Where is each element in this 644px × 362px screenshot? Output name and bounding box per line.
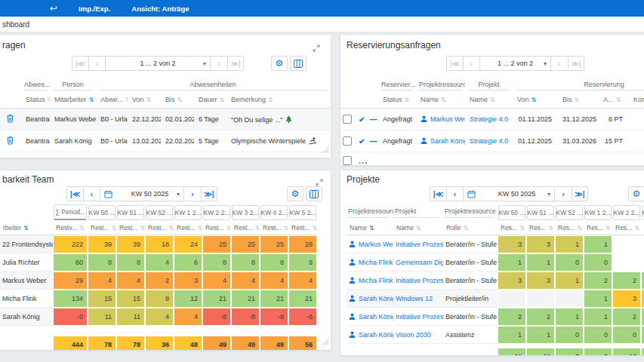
- column-header-rest[interactable]: Rest...⇅: [88, 220, 116, 235]
- period-header[interactable]: KW 5 2...: [289, 205, 316, 220]
- week-header[interactable]: KW 50 ...: [498, 205, 525, 220]
- week-header[interactable]: KW 2 2...: [613, 205, 640, 220]
- page-select[interactable]: 1 ... 2 von 2 ▾: [105, 56, 211, 71]
- resource-link[interactable]: Micha Flink: [359, 259, 393, 266]
- page-last-button[interactable]: ≫|: [227, 56, 244, 71]
- resource-link[interactable]: Micha Flink: [359, 277, 393, 284]
- column-header-bemerkung[interactable]: Bemerkung⇅: [226, 91, 330, 109]
- settings-button[interactable]: ⚙: [287, 186, 304, 201]
- column-header-dauer[interactable]: Dauer⇅: [194, 91, 226, 109]
- period-header[interactable]: KW 4 2...: [260, 205, 288, 220]
- page-first-button[interactable]: |≪: [72, 56, 88, 71]
- column-header-rest[interactable]: Rest...⇅: [116, 220, 145, 235]
- column-header-resource-name[interactable]: Name⇅: [416, 91, 465, 109]
- column-header-res[interactable]: Res...⇅: [555, 220, 584, 235]
- settings-button[interactable]: ⚙: [271, 56, 288, 71]
- resource-link[interactable]: Sarah König: [359, 331, 393, 339]
- column-header-res[interactable]: Res...⇅: [498, 220, 526, 235]
- row-checkbox[interactable]: [343, 137, 352, 146]
- column-header-status[interactable]: Status⇅: [21, 91, 50, 109]
- page-prev-button[interactable]: ‹: [463, 56, 479, 71]
- minus-icon[interactable]: —: [369, 115, 377, 124]
- calendar-button[interactable]: [100, 186, 116, 201]
- project-link[interactable]: Strategie 4.0: [470, 137, 508, 145]
- resource-link[interactable]: Sarah König: [359, 313, 393, 321]
- period-header[interactable]: KW 1 2...: [174, 205, 202, 220]
- period-header[interactable]: KW 51 ...: [117, 205, 144, 220]
- column-header-res[interactable]: Res...⇅: [612, 220, 641, 235]
- project-link[interactable]: Initiative Prozessi: [396, 313, 443, 321]
- column-header-von[interactable]: Von⇅: [128, 91, 161, 109]
- week-header[interactable]: KW 51 ...: [527, 205, 554, 220]
- column-header-project-name[interactable]: Name⇅: [393, 220, 443, 235]
- resize-grip-icon[interactable]: [322, 143, 328, 156]
- period-header[interactable]: KW 2 2...: [203, 205, 230, 220]
- column-header-von[interactable]: Von⇅: [513, 91, 558, 109]
- resize-grip-icon[interactable]: [322, 335, 328, 348]
- column-header-aufwand[interactable]: A...⇅: [599, 91, 629, 109]
- column-header-res[interactable]: Res...⇅: [641, 220, 644, 235]
- accept-button[interactable]: ✔: [359, 116, 369, 124]
- row-checkbox[interactable]: [343, 115, 352, 124]
- column-header-kommentar[interactable]: Kommentar: [629, 91, 644, 109]
- project-link[interactable]: Windows 12: [396, 295, 433, 302]
- column-header-status[interactable]: Status⇅: [378, 91, 416, 109]
- column-header-res[interactable]: Res...⇅: [584, 220, 612, 235]
- column-settings-button[interactable]: [290, 56, 307, 71]
- settings-button[interactable]: ⚙: [628, 186, 644, 201]
- view-selector[interactable]: Ansicht: Anträge: [131, 5, 189, 13]
- column-settings-button[interactable]: [306, 186, 322, 201]
- week-header[interactable]: KW 1 2...: [584, 205, 612, 220]
- period-header[interactable]: KW 52 ...: [146, 205, 173, 220]
- column-header-res[interactable]: Res...⇅: [526, 220, 555, 235]
- resource-link[interactable]: Sarah König: [430, 137, 465, 145]
- column-header-rest[interactable]: Rest...⇅: [202, 220, 231, 235]
- column-header-rest[interactable]: Rest...⇅: [174, 220, 202, 235]
- page-first-button[interactable]: |≪: [430, 186, 446, 201]
- page-next-button[interactable]: ›: [211, 56, 227, 71]
- column-header-mitarbeiter[interactable]: Mitarbeiter⇅: [50, 91, 96, 109]
- decline-button[interactable]: —: [369, 138, 378, 146]
- page-last-button[interactable]: ≫|: [201, 186, 217, 201]
- resource-link[interactable]: Markus Weber: [359, 241, 393, 248]
- column-header-rest[interactable]: Restv...⇅: [53, 220, 88, 235]
- column-header-rolle[interactable]: Rolle⇅: [443, 220, 498, 235]
- page-next-button[interactable]: ›: [184, 186, 201, 201]
- column-header-project-name[interactable]: Name⇅: [465, 91, 513, 109]
- calendar-button[interactable]: [463, 186, 479, 201]
- column-header-mitarbeiter[interactable]: rbeiter⇅: [0, 220, 53, 235]
- column-header-bis[interactable]: Bis⇅: [161, 91, 194, 109]
- column-header-rest[interactable]: Rest...⇅: [260, 220, 288, 235]
- page-first-button[interactable]: |≪: [66, 186, 83, 201]
- column-header-rest[interactable]: Rest...⇅: [231, 220, 260, 235]
- column-header-rest[interactable]: Rest...⇅: [288, 220, 317, 235]
- trash-icon[interactable]: [6, 139, 14, 146]
- period-header[interactable]: KW 3 2...: [232, 205, 259, 220]
- resource-link[interactable]: Markus Weber: [430, 115, 465, 123]
- resource-link[interactable]: Sarah König: [359, 295, 393, 302]
- column-header-abwesenheitsart[interactable]: Abwe...⇅: [96, 91, 128, 109]
- page-last-button[interactable]: ≫|: [568, 56, 584, 71]
- import-export-button[interactable]: Imp./Exp.: [79, 5, 110, 13]
- accept-button[interactable]: ✔: [359, 138, 369, 146]
- page-last-button[interactable]: ≫|: [572, 186, 588, 201]
- period-header[interactable]: KW 50 ...: [88, 205, 116, 220]
- page-prev-button[interactable]: ‹: [446, 186, 463, 201]
- week-select[interactable]: KW 50 2025 ▾: [116, 186, 184, 201]
- decline-button[interactable]: —: [369, 116, 378, 124]
- project-link[interactable]: Gemeinsam Digit: [396, 259, 443, 266]
- week-header[interactable]: KW 52 ...: [556, 205, 583, 220]
- minus-icon[interactable]: —: [369, 137, 377, 146]
- expand-icon[interactable]: [313, 41, 320, 55]
- project-link[interactable]: Strategie 4.0: [470, 115, 508, 123]
- column-header-resource-name[interactable]: Name⇅: [347, 220, 393, 235]
- week-select[interactable]: KW 50 2025 ▾: [479, 186, 555, 201]
- breadcrumb[interactable]: shboard: [2, 20, 29, 29]
- page-prev-button[interactable]: ‹: [83, 186, 100, 201]
- project-link[interactable]: Initiative Prozessi: [396, 241, 443, 248]
- page-prev-button[interactable]: ‹: [88, 56, 105, 71]
- show-more-link[interactable]: ...: [359, 156, 368, 165]
- column-header-bis[interactable]: Bis⇅: [558, 91, 599, 109]
- project-link[interactable]: Vision 2030: [396, 331, 431, 339]
- row-checkbox[interactable]: [343, 156, 352, 165]
